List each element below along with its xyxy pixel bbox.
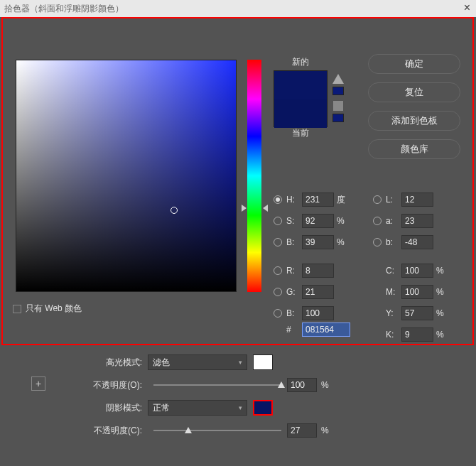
g-label: G: <box>286 287 302 297</box>
b-rgb-input[interactable] <box>302 306 334 320</box>
c-input[interactable] <box>401 264 433 278</box>
preview-box <box>274 70 328 127</box>
shadow-mode-select[interactable]: 正常▾ <box>148 400 247 416</box>
hue-arrow-right-icon <box>263 205 268 212</box>
radio-s[interactable] <box>274 217 282 225</box>
opacity2-input[interactable]: 27 <box>287 423 317 438</box>
h-label: H: <box>286 195 302 205</box>
preview-current-swatch <box>274 99 327 128</box>
s-input[interactable] <box>302 214 334 228</box>
radio-h[interactable] <box>274 195 282 204</box>
pct-unit: % <box>317 380 329 390</box>
gamut-warning-icon[interactable] <box>332 74 344 84</box>
slider-thumb[interactable] <box>278 381 285 388</box>
bottom-panel: 高光模式: 滤色▾ 不透明度(O): 100 % 阴影模式: 正常▾ 不透明度(… <box>71 351 469 442</box>
l-label: L: <box>386 195 401 205</box>
button-column: 确定 复位 添加到色板 颜色库 <box>368 54 460 159</box>
hex-hash: # <box>286 325 302 335</box>
websafe-warning-icon[interactable] <box>333 101 343 111</box>
hue-arrow-left-icon <box>242 205 247 212</box>
shadow-mode-label: 阴影模式: <box>71 402 148 414</box>
a-input[interactable] <box>401 214 433 228</box>
m-label: M: <box>386 287 401 297</box>
b-hsb-input[interactable] <box>302 235 334 249</box>
radio-r[interactable] <box>274 266 282 275</box>
k-input[interactable] <box>401 327 433 342</box>
k-label: K: <box>386 330 401 340</box>
hue-strip[interactable] <box>247 60 261 292</box>
add-effect-icon[interactable]: + <box>31 376 45 391</box>
c-label: C: <box>386 266 401 276</box>
highlight-mode-label: 高光模式: <box>71 357 148 369</box>
b-lab-label: b: <box>386 237 401 247</box>
y-input[interactable] <box>401 306 433 320</box>
radio-g[interactable] <box>274 288 282 296</box>
saturation-value-field[interactable] <box>16 60 237 292</box>
radio-b-hsb[interactable] <box>274 238 282 246</box>
ok-button[interactable]: 确定 <box>368 54 460 74</box>
sv-cursor[interactable] <box>171 207 178 214</box>
radio-a[interactable] <box>373 217 382 225</box>
sv-black-overlay <box>16 60 236 291</box>
web-only-checkbox[interactable] <box>13 305 21 313</box>
opacity1-slider[interactable] <box>153 384 281 386</box>
h-unit: 度 <box>334 194 348 206</box>
a-label: a: <box>386 216 401 226</box>
m-unit: % <box>433 287 448 297</box>
current-label: 当前 <box>274 127 328 139</box>
y-unit: % <box>433 308 448 318</box>
c-unit: % <box>433 266 448 276</box>
radio-b-rgb[interactable] <box>274 309 282 318</box>
hex-row: # <box>274 323 350 337</box>
preview-area: 新的 当前 <box>274 56 328 141</box>
highlight-mode-select[interactable]: 滤色▾ <box>148 354 247 370</box>
new-label: 新的 <box>274 56 328 68</box>
h-input[interactable] <box>302 193 334 207</box>
s-unit: % <box>334 216 348 226</box>
opacity2-slider[interactable] <box>153 430 281 431</box>
opacity1-input[interactable]: 100 <box>287 378 317 392</box>
s-label: S: <box>286 216 302 226</box>
add-swatch-button[interactable]: 添加到色板 <box>368 111 460 131</box>
warn-stack <box>331 74 345 128</box>
window-title: 拾色器（斜面和浮雕阴影颜色） <box>4 3 124 15</box>
value-grid-col2: L: a: b: C:% M:% Y:% K:% <box>373 189 448 345</box>
chevron-down-icon: ▾ <box>239 359 242 366</box>
shadow-swatch[interactable] <box>253 400 273 416</box>
close-icon[interactable]: × <box>464 1 470 14</box>
web-only-row: 只有 Web 颜色 <box>13 303 82 315</box>
web-only-label: 只有 Web 颜色 <box>26 303 82 315</box>
k-unit: % <box>433 330 448 340</box>
m-input[interactable] <box>401 285 433 299</box>
l-input[interactable] <box>401 193 433 207</box>
titlebar: 拾色器（斜面和浮雕阴影颜色） × <box>0 0 476 17</box>
b-hsb-label: B: <box>286 237 302 247</box>
value-grid: H:度 S:% B:% R: G: B: L: a: b: C:% M:% Y:… <box>274 189 456 324</box>
g-input[interactable] <box>302 285 334 299</box>
highlight-swatch[interactable] <box>253 354 273 370</box>
color-lib-button[interactable]: 颜色库 <box>368 139 460 159</box>
chevron-down-icon: ▾ <box>239 404 242 411</box>
opacity2-label: 不透明度(C): <box>71 425 148 437</box>
picker-body: 新的 当前 确定 复位 添加到色板 颜色库 只有 Web 颜色 H:度 S:% … <box>0 17 476 345</box>
gamut-swatch[interactable] <box>332 87 344 95</box>
reset-button[interactable]: 复位 <box>368 82 460 102</box>
y-label: Y: <box>386 308 401 318</box>
r-label: R: <box>286 266 302 276</box>
radio-b-lab[interactable] <box>373 238 382 246</box>
r-input[interactable] <box>302 264 334 278</box>
b-lab-input[interactable] <box>401 235 433 249</box>
radio-l[interactable] <box>373 195 382 204</box>
slider-thumb[interactable] <box>185 427 192 433</box>
b-rgb-label: B: <box>286 308 302 318</box>
hex-input[interactable] <box>302 323 350 337</box>
pct-unit: % <box>317 426 329 435</box>
b-hsb-unit: % <box>334 237 348 247</box>
preview-new-swatch <box>274 71 327 99</box>
opacity1-label: 不透明度(O): <box>71 379 148 391</box>
websafe-swatch[interactable] <box>332 114 344 122</box>
